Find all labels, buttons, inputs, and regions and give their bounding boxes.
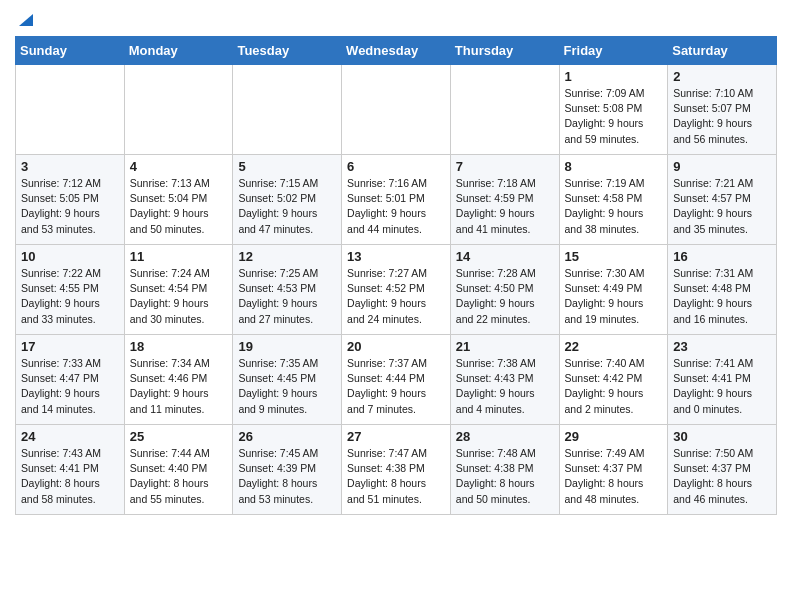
calendar-week-row: 24Sunrise: 7:43 AM Sunset: 4:41 PM Dayli… [16, 425, 777, 515]
day-number: 18 [130, 339, 228, 354]
day-info: Sunrise: 7:41 AM Sunset: 4:41 PM Dayligh… [673, 356, 771, 417]
weekday-header-wednesday: Wednesday [342, 37, 451, 65]
day-number: 15 [565, 249, 663, 264]
weekday-header-sunday: Sunday [16, 37, 125, 65]
day-info: Sunrise: 7:34 AM Sunset: 4:46 PM Dayligh… [130, 356, 228, 417]
day-info: Sunrise: 7:16 AM Sunset: 5:01 PM Dayligh… [347, 176, 445, 237]
day-info: Sunrise: 7:50 AM Sunset: 4:37 PM Dayligh… [673, 446, 771, 507]
weekday-header-saturday: Saturday [668, 37, 777, 65]
day-info: Sunrise: 7:44 AM Sunset: 4:40 PM Dayligh… [130, 446, 228, 507]
calendar-week-row: 10Sunrise: 7:22 AM Sunset: 4:55 PM Dayli… [16, 245, 777, 335]
day-info: Sunrise: 7:40 AM Sunset: 4:42 PM Dayligh… [565, 356, 663, 417]
day-info: Sunrise: 7:24 AM Sunset: 4:54 PM Dayligh… [130, 266, 228, 327]
weekday-header-monday: Monday [124, 37, 233, 65]
calendar-cell: 21Sunrise: 7:38 AM Sunset: 4:43 PM Dayli… [450, 335, 559, 425]
day-info: Sunrise: 7:28 AM Sunset: 4:50 PM Dayligh… [456, 266, 554, 327]
day-info: Sunrise: 7:25 AM Sunset: 4:53 PM Dayligh… [238, 266, 336, 327]
day-number: 25 [130, 429, 228, 444]
svg-marker-0 [19, 14, 33, 26]
calendar-cell [342, 65, 451, 155]
calendar-week-row: 17Sunrise: 7:33 AM Sunset: 4:47 PM Dayli… [16, 335, 777, 425]
day-number: 10 [21, 249, 119, 264]
calendar-week-row: 3Sunrise: 7:12 AM Sunset: 5:05 PM Daylig… [16, 155, 777, 245]
calendar-cell: 20Sunrise: 7:37 AM Sunset: 4:44 PM Dayli… [342, 335, 451, 425]
day-number: 4 [130, 159, 228, 174]
day-info: Sunrise: 7:09 AM Sunset: 5:08 PM Dayligh… [565, 86, 663, 147]
day-number: 5 [238, 159, 336, 174]
day-number: 27 [347, 429, 445, 444]
logo-triangle-icon [17, 10, 35, 28]
day-number: 22 [565, 339, 663, 354]
calendar-cell: 4Sunrise: 7:13 AM Sunset: 5:04 PM Daylig… [124, 155, 233, 245]
calendar-cell: 30Sunrise: 7:50 AM Sunset: 4:37 PM Dayli… [668, 425, 777, 515]
day-info: Sunrise: 7:35 AM Sunset: 4:45 PM Dayligh… [238, 356, 336, 417]
calendar-cell: 26Sunrise: 7:45 AM Sunset: 4:39 PM Dayli… [233, 425, 342, 515]
day-number: 19 [238, 339, 336, 354]
calendar-cell: 10Sunrise: 7:22 AM Sunset: 4:55 PM Dayli… [16, 245, 125, 335]
day-number: 13 [347, 249, 445, 264]
day-info: Sunrise: 7:22 AM Sunset: 4:55 PM Dayligh… [21, 266, 119, 327]
day-info: Sunrise: 7:47 AM Sunset: 4:38 PM Dayligh… [347, 446, 445, 507]
day-info: Sunrise: 7:27 AM Sunset: 4:52 PM Dayligh… [347, 266, 445, 327]
day-info: Sunrise: 7:37 AM Sunset: 4:44 PM Dayligh… [347, 356, 445, 417]
day-info: Sunrise: 7:19 AM Sunset: 4:58 PM Dayligh… [565, 176, 663, 237]
day-number: 17 [21, 339, 119, 354]
day-info: Sunrise: 7:48 AM Sunset: 4:38 PM Dayligh… [456, 446, 554, 507]
calendar-cell: 3Sunrise: 7:12 AM Sunset: 5:05 PM Daylig… [16, 155, 125, 245]
day-info: Sunrise: 7:15 AM Sunset: 5:02 PM Dayligh… [238, 176, 336, 237]
day-number: 14 [456, 249, 554, 264]
day-number: 20 [347, 339, 445, 354]
day-info: Sunrise: 7:49 AM Sunset: 4:37 PM Dayligh… [565, 446, 663, 507]
day-info: Sunrise: 7:31 AM Sunset: 4:48 PM Dayligh… [673, 266, 771, 327]
day-info: Sunrise: 7:38 AM Sunset: 4:43 PM Dayligh… [456, 356, 554, 417]
day-number: 16 [673, 249, 771, 264]
day-number: 8 [565, 159, 663, 174]
day-info: Sunrise: 7:12 AM Sunset: 5:05 PM Dayligh… [21, 176, 119, 237]
day-info: Sunrise: 7:45 AM Sunset: 4:39 PM Dayligh… [238, 446, 336, 507]
calendar-cell: 22Sunrise: 7:40 AM Sunset: 4:42 PM Dayli… [559, 335, 668, 425]
calendar-cell: 27Sunrise: 7:47 AM Sunset: 4:38 PM Dayli… [342, 425, 451, 515]
calendar-week-row: 1Sunrise: 7:09 AM Sunset: 5:08 PM Daylig… [16, 65, 777, 155]
calendar-cell: 8Sunrise: 7:19 AM Sunset: 4:58 PM Daylig… [559, 155, 668, 245]
day-info: Sunrise: 7:43 AM Sunset: 4:41 PM Dayligh… [21, 446, 119, 507]
day-number: 28 [456, 429, 554, 444]
day-number: 23 [673, 339, 771, 354]
calendar-cell: 28Sunrise: 7:48 AM Sunset: 4:38 PM Dayli… [450, 425, 559, 515]
day-info: Sunrise: 7:10 AM Sunset: 5:07 PM Dayligh… [673, 86, 771, 147]
calendar-cell: 13Sunrise: 7:27 AM Sunset: 4:52 PM Dayli… [342, 245, 451, 335]
day-number: 26 [238, 429, 336, 444]
day-number: 21 [456, 339, 554, 354]
calendar-cell [124, 65, 233, 155]
day-number: 11 [130, 249, 228, 264]
day-info: Sunrise: 7:21 AM Sunset: 4:57 PM Dayligh… [673, 176, 771, 237]
day-number: 2 [673, 69, 771, 84]
weekday-header-friday: Friday [559, 37, 668, 65]
calendar-cell: 12Sunrise: 7:25 AM Sunset: 4:53 PM Dayli… [233, 245, 342, 335]
calendar-cell [450, 65, 559, 155]
calendar-cell: 9Sunrise: 7:21 AM Sunset: 4:57 PM Daylig… [668, 155, 777, 245]
calendar-cell: 1Sunrise: 7:09 AM Sunset: 5:08 PM Daylig… [559, 65, 668, 155]
day-info: Sunrise: 7:13 AM Sunset: 5:04 PM Dayligh… [130, 176, 228, 237]
weekday-header-thursday: Thursday [450, 37, 559, 65]
day-number: 7 [456, 159, 554, 174]
calendar-cell: 6Sunrise: 7:16 AM Sunset: 5:01 PM Daylig… [342, 155, 451, 245]
calendar-cell: 18Sunrise: 7:34 AM Sunset: 4:46 PM Dayli… [124, 335, 233, 425]
weekday-header-tuesday: Tuesday [233, 37, 342, 65]
calendar-cell: 7Sunrise: 7:18 AM Sunset: 4:59 PM Daylig… [450, 155, 559, 245]
day-number: 24 [21, 429, 119, 444]
day-number: 29 [565, 429, 663, 444]
calendar-cell: 25Sunrise: 7:44 AM Sunset: 4:40 PM Dayli… [124, 425, 233, 515]
calendar-cell: 14Sunrise: 7:28 AM Sunset: 4:50 PM Dayli… [450, 245, 559, 335]
calendar-cell: 16Sunrise: 7:31 AM Sunset: 4:48 PM Dayli… [668, 245, 777, 335]
day-info: Sunrise: 7:33 AM Sunset: 4:47 PM Dayligh… [21, 356, 119, 417]
calendar-cell: 23Sunrise: 7:41 AM Sunset: 4:41 PM Dayli… [668, 335, 777, 425]
logo [15, 10, 35, 28]
calendar-cell [233, 65, 342, 155]
calendar-cell: 15Sunrise: 7:30 AM Sunset: 4:49 PM Dayli… [559, 245, 668, 335]
calendar-cell: 17Sunrise: 7:33 AM Sunset: 4:47 PM Dayli… [16, 335, 125, 425]
weekday-header-row: SundayMondayTuesdayWednesdayThursdayFrid… [16, 37, 777, 65]
calendar-cell: 24Sunrise: 7:43 AM Sunset: 4:41 PM Dayli… [16, 425, 125, 515]
day-number: 12 [238, 249, 336, 264]
day-info: Sunrise: 7:30 AM Sunset: 4:49 PM Dayligh… [565, 266, 663, 327]
day-number: 1 [565, 69, 663, 84]
